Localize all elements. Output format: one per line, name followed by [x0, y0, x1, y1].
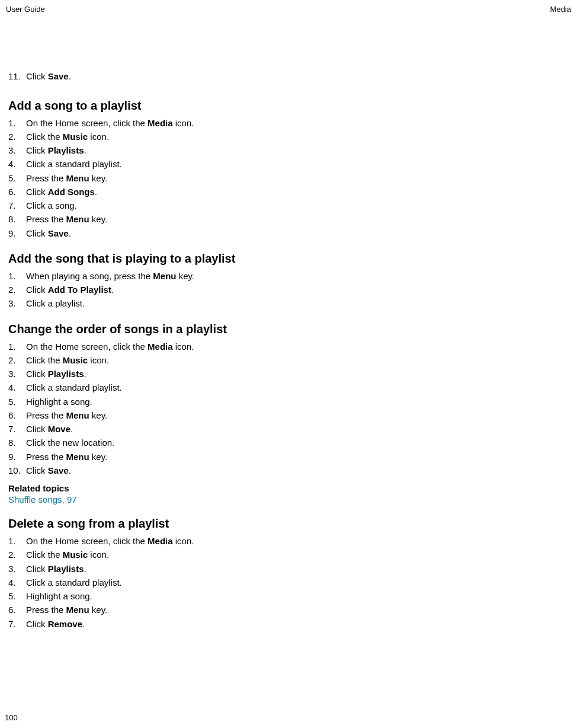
step-number: 7. [8, 422, 26, 436]
step-number: 9. [8, 450, 26, 464]
step-item: 1.On the Home screen, click the Media ic… [8, 534, 569, 548]
step-text: Click Save. [26, 71, 71, 82]
step-item: 8.Click the new location. [8, 436, 569, 449]
step-text: On the Home screen, click the Media icon… [26, 116, 569, 130]
step-number: 1. [8, 269, 26, 283]
step-number: 2. [8, 548, 26, 561]
step-text: Click the new location. [26, 436, 569, 449]
step-text: Click a standard playlist. [26, 381, 569, 394]
step-text: Click a song. [26, 199, 569, 212]
step-item: 5.Highlight a song. [8, 589, 569, 603]
step-item: 3.Click a playlist. [8, 296, 569, 310]
step-text: Click Playlists. [26, 562, 569, 576]
step-text: Click Add Songs. [26, 185, 569, 199]
step-item: 1.On the Home screen, click the Media ic… [8, 116, 569, 130]
step-number: 4. [8, 576, 26, 589]
step-number: 8. [8, 436, 26, 449]
step-text: Click the Music icon. [26, 353, 569, 367]
step-item: 4.Click a standard playlist. [8, 576, 569, 589]
step-number: 7. [8, 199, 26, 212]
step-text: Press the Menu key. [26, 171, 569, 185]
step-number: 9. [8, 226, 26, 240]
page-content: 11. Click Save. Add a song to a playlist… [5, 14, 572, 631]
step-text: When playing a song, press the Menu key. [26, 269, 569, 283]
step-item: 9.Press the Menu key. [8, 450, 569, 464]
step-number: 6. [8, 185, 26, 199]
header-left: User Guide [6, 5, 45, 14]
step-text: On the Home screen, click the Media icon… [26, 534, 569, 548]
steps-list: 1.On the Home screen, click the Media ic… [8, 340, 569, 478]
step-item: 1.When playing a song, press the Menu ke… [8, 269, 569, 283]
step-number: 1. [8, 116, 26, 130]
step-text: Click the Music icon. [26, 130, 569, 143]
page-number: 100 [5, 713, 18, 722]
step-item: 5.Press the Menu key. [8, 171, 569, 185]
step-item: 4.Click a standard playlist. [8, 381, 569, 394]
section-title: Delete a song from a playlist [8, 517, 569, 531]
step-number: 6. [8, 603, 26, 617]
step-item: 6.Press the Menu key. [8, 408, 569, 422]
step-item: 2.Click the Music icon. [8, 130, 569, 143]
step-number: 3. [8, 143, 26, 157]
section-title: Change the order of songs in a playlist [8, 323, 569, 336]
step-number: 5. [8, 395, 26, 408]
step-item: 7.Click a song. [8, 199, 569, 212]
step-item: 3.Click Playlists. [8, 143, 569, 157]
step-number: 2. [8, 130, 26, 143]
step-number: 6. [8, 408, 26, 422]
step-text: Click a standard playlist. [26, 576, 569, 589]
steps-list: 1.When playing a song, press the Menu ke… [8, 269, 569, 311]
step-text: Highlight a song. [26, 395, 569, 408]
step-number: 8. [8, 212, 26, 226]
step-item: 2.Click the Music icon. [8, 548, 569, 561]
step-item: 2.Click the Music icon. [8, 353, 569, 367]
step-number: 3. [8, 367, 26, 381]
step-text: Click Move. [26, 422, 569, 436]
step-item: 6.Click Add Songs. [8, 185, 569, 199]
step-item: 9.Click Save. [8, 226, 569, 240]
continuation-step: 11. Click Save. [8, 71, 569, 82]
step-text: Click a playlist. [26, 296, 569, 310]
section-title: Add a song to a playlist [8, 99, 569, 113]
step-text: On the Home screen, click the Media icon… [26, 340, 569, 353]
step-item: 4.Click a standard playlist. [8, 157, 569, 171]
step-text: Click the Music icon. [26, 548, 569, 561]
related-topics-label: Related topics [8, 483, 569, 493]
step-item: 2.Click Add To Playlist. [8, 283, 569, 296]
step-number: 5. [8, 171, 26, 185]
steps-list: 1.On the Home screen, click the Media ic… [8, 116, 569, 240]
step-number: 7. [8, 617, 26, 631]
step-item: 8.Press the Menu key. [8, 212, 569, 226]
step-number: 1. [8, 534, 26, 548]
step-number: 2. [8, 283, 26, 296]
step-number: 4. [8, 157, 26, 171]
step-text: Click Playlists. [26, 143, 569, 157]
step-text: Press the Menu key. [26, 408, 569, 422]
step-text: Press the Menu key. [26, 450, 569, 464]
step-item: 6.Press the Menu key. [8, 603, 569, 617]
related-topic-link[interactable]: Shuffle songs, 97 [8, 494, 77, 505]
step-item: 1.On the Home screen, click the Media ic… [8, 340, 569, 353]
step-text: Click a standard playlist. [26, 157, 569, 171]
header-right: Media [550, 5, 571, 14]
step-number: 11. [8, 71, 26, 82]
section-title: Add the song that is playing to a playli… [8, 252, 569, 266]
step-text: Press the Menu key. [26, 603, 569, 617]
step-item: 10.Click Save. [8, 464, 569, 477]
step-number: 3. [8, 562, 26, 576]
step-text: Click Save. [26, 226, 569, 240]
step-text: Click Remove. [26, 617, 569, 631]
step-text: Highlight a song. [26, 589, 569, 603]
step-item: 7.Click Move. [8, 422, 569, 436]
step-item: 3.Click Playlists. [8, 562, 569, 576]
step-item: 5.Highlight a song. [8, 395, 569, 408]
step-number: 10. [8, 464, 26, 477]
step-text: Click Add To Playlist. [26, 283, 569, 296]
step-number: 1. [8, 340, 26, 353]
step-text: Click Save. [26, 464, 569, 477]
step-text: Click Playlists. [26, 367, 569, 381]
step-number: 5. [8, 589, 26, 603]
step-item: 3.Click Playlists. [8, 367, 569, 381]
step-item: 7.Click Remove. [8, 617, 569, 631]
step-text: Press the Menu key. [26, 212, 569, 226]
